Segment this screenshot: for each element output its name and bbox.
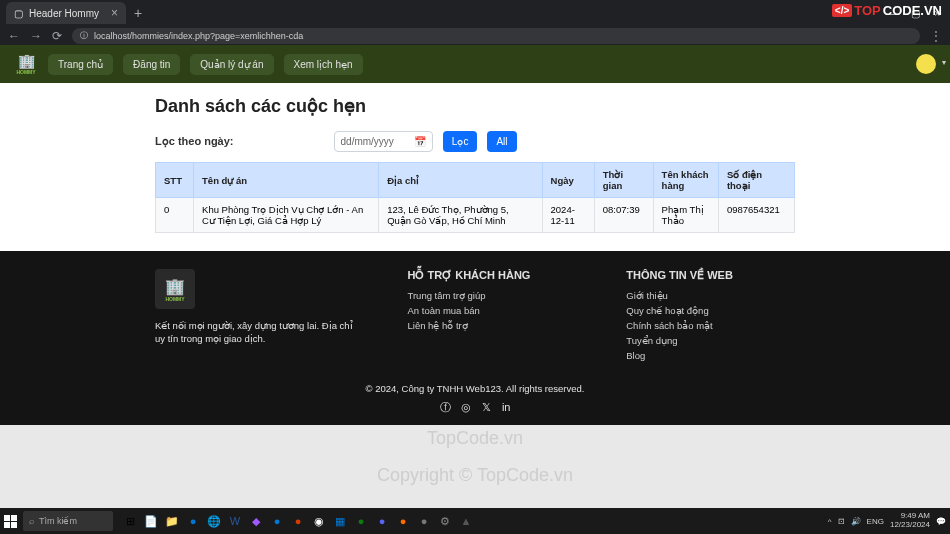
th-address: Địa chỉ [379,163,542,198]
linkedin-icon[interactable]: in [502,401,511,413]
app-icon[interactable]: ● [268,512,286,530]
footer-brand-col: 🏢 HOMMY Kết nối mọi người, xây dựng tươn… [155,269,358,365]
footer-link[interactable]: Trung tâm trợ giúp [408,290,577,301]
new-tab-button[interactable]: + [128,5,148,21]
app-icon[interactable]: ⚙ [436,512,454,530]
filter-row: Lọc theo ngày: dd/mm/yyyy 📅 Lọc All [155,131,795,152]
filter-label: Lọc theo ngày: [155,135,234,148]
site-navigation: 🏢 HOMMY Trang chủ Đăng tin Quản lý dự án… [0,45,950,83]
url-text: localhost/hommies/index.php?page=xemlich… [94,31,303,41]
footer-col-title: HỖ TRỢ KHÁCH HÀNG [408,269,577,282]
app-icon[interactable]: ● [394,512,412,530]
page-title: Danh sách các cuộc hẹn [155,95,795,117]
app-icon[interactable]: ▦ [331,512,349,530]
edge-icon[interactable]: ● [184,512,202,530]
browser-tab[interactable]: ▢ Header Hommy × [6,2,126,24]
social-icons: ⓕ ◎ 𝕏 in [0,400,950,415]
date-placeholder: dd/mm/yyyy [341,136,394,147]
tab-bar: ▢ Header Hommy × + — ▢ × [0,0,950,26]
app-icon[interactable]: ● [289,512,307,530]
footer-link[interactable]: Tuyển dụng [626,335,795,346]
date-input[interactable]: dd/mm/yyyy 📅 [334,131,433,152]
watermark-text: TopCode.vn [427,428,523,449]
footer-col-title: THÔNG TIN VỀ WEB [626,269,795,282]
footer-logo: 🏢 HOMMY [155,269,358,309]
taskbar-search[interactable]: ⌕ Tìm kiếm [23,511,113,531]
filter-button[interactable]: Lọc [443,131,478,152]
app-icon[interactable]: ▲ [457,512,475,530]
all-button[interactable]: All [487,131,516,152]
notifications-icon[interactable]: 💬 [936,517,946,526]
search-icon: ⌕ [29,516,34,526]
app-icon[interactable]: ● [373,512,391,530]
tab-favicon: ▢ [14,8,23,19]
browser-chrome: ▢ Header Hommy × + — ▢ × ← → ⟳ ⓘ localho… [0,0,950,45]
cell-phone: 0987654321 [718,198,794,233]
cell-stt: 0 [156,198,194,233]
cell-address: 123, Lê Đức Thọ, Phường 5, Quận Gò Vấp, … [379,198,542,233]
devtools-icon[interactable]: ◆ [247,512,265,530]
footer-info-col: THÔNG TIN VỀ WEB Giới thiệu Quy chế hoạt… [626,269,795,365]
th-project: Tên dự án [194,163,379,198]
copyright-text: © 2024, Công ty TNHH Web123. All rights … [0,383,950,394]
th-stt: STT [156,163,194,198]
app-icon[interactable]: ● [415,512,433,530]
app-icon[interactable]: 📄 [142,512,160,530]
nav-manage[interactable]: Quản lý dự án [190,54,273,75]
tray-chevron-icon[interactable]: ^ [828,517,832,526]
site-footer: 🏢 HOMMY Kết nối mọi người, xây dựng tươn… [0,251,950,425]
nav-post[interactable]: Đăng tin [123,54,180,75]
topcode-watermark-logo: </> TOPCODE.VN [832,3,942,18]
chrome-icon[interactable]: 🌐 [205,512,223,530]
footer-link[interactable]: Giới thiệu [626,290,795,301]
nav-schedule[interactable]: Xem lịch hẹn [284,54,363,75]
explorer-icon[interactable]: 📁 [163,512,181,530]
sound-icon[interactable]: 🔊 [851,517,861,526]
network-icon[interactable]: ⊡ [838,517,845,526]
url-input[interactable]: ⓘ localhost/hommies/index.php?page=xemli… [72,28,920,44]
footer-link[interactable]: Chính sách bảo mật [626,320,795,331]
calendar-icon: 📅 [414,136,426,147]
building-icon: 🏢 [18,53,35,69]
table-row: 0 Khu Phòng Trọ Dịch Vụ Chợ Lớn - An Cư … [156,198,795,233]
app-icon[interactable]: ● [352,512,370,530]
windows-taskbar: ⌕ Tìm kiếm ⊞ 📄 📁 ● 🌐 W ◆ ● ● ◉ ▦ ● ● ● ●… [0,508,950,534]
reload-icon[interactable]: ⟳ [52,29,62,43]
nav-home[interactable]: Trang chủ [48,54,113,75]
task-view-icon[interactable]: ⊞ [121,512,139,530]
watermark-copyright: Copyright © TopCode.vn [377,465,573,486]
cell-time: 08:07:39 [594,198,653,233]
address-bar: ← → ⟳ ⓘ localhost/hommies/index.php?page… [0,26,950,45]
appointments-table: STT Tên dự án Địa chỉ Ngày Thời gian Tên… [155,162,795,233]
back-icon[interactable]: ← [8,29,20,43]
instagram-icon[interactable]: ◎ [461,401,471,413]
facebook-icon[interactable]: ⓕ [440,401,451,413]
taskbar-apps: ⊞ 📄 📁 ● 🌐 W ◆ ● ● ◉ ▦ ● ● ● ● ⚙ ▲ [121,512,475,530]
cell-customer: Phạm Thị Thảo [653,198,718,233]
word-icon[interactable]: W [226,512,244,530]
extensions-icon[interactable]: ⋮ [930,29,942,43]
close-icon[interactable]: × [111,6,118,20]
clock[interactable]: 9:49 AM 12/23/2024 [890,512,930,530]
cell-project: Khu Phòng Trọ Dịch Vụ Chợ Lớn - An Cư Ti… [194,198,379,233]
footer-link[interactable]: Blog [626,350,795,361]
site-logo[interactable]: 🏢 HOMMY [14,50,38,78]
forward-icon[interactable]: → [30,29,42,43]
lang-indicator[interactable]: ENG [867,517,884,526]
footer-link[interactable]: An toàn mua bán [408,305,577,316]
footer-link[interactable]: Liên hệ hỗ trợ [408,320,577,331]
building-icon: 🏢 [165,277,185,296]
user-avatar[interactable] [916,54,936,74]
th-phone: Số điện thoại [718,163,794,198]
code-icon: </> [832,4,852,17]
footer-support-col: HỖ TRỢ KHÁCH HÀNG Trung tâm trợ giúp An … [408,269,577,365]
footer-tagline: Kết nối mọi người, xây dựng tương lai. Đ… [155,319,358,346]
th-date: Ngày [542,163,594,198]
footer-link[interactable]: Quy chế hoạt động [626,305,795,316]
tab-title: Header Hommy [29,8,99,19]
main-content: Danh sách các cuộc hẹn Lọc theo ngày: dd… [0,83,950,251]
th-time: Thời gian [594,163,653,198]
start-button[interactable] [4,515,17,528]
app-icon[interactable]: ◉ [310,512,328,530]
twitter-icon[interactable]: 𝕏 [482,401,491,413]
